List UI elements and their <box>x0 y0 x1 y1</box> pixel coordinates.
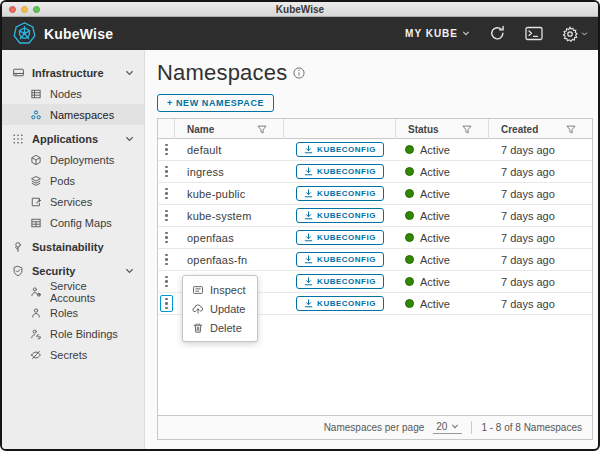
role-bindings-icon <box>30 328 43 340</box>
kubeconfig-label: KUBECONFIG <box>317 189 376 198</box>
window-title: KubeWise <box>2 4 598 15</box>
kubeconfig-download-button[interactable]: KUBECONFIG <box>296 208 384 223</box>
settings-menu[interactable] <box>562 26 588 42</box>
kubeconfig-label: KUBECONFIG <box>317 255 376 264</box>
kubernetes-logo-icon <box>12 21 37 46</box>
row-actions-kebab-icon[interactable] <box>160 229 173 246</box>
chevron-down-icon <box>125 69 134 77</box>
inspect-icon <box>192 284 204 296</box>
sidebar-item-deployments[interactable]: Deployments <box>2 149 144 170</box>
context-menu-item-update[interactable]: Update <box>183 299 257 318</box>
kubeconfig-label: KUBECONFIG <box>317 277 376 286</box>
namespaces-table: Name Status Created <box>157 118 593 440</box>
kubeconfig-download-button[interactable]: KUBECONFIG <box>296 142 384 157</box>
table-row: kube-public KUBECONFIG Active 7 days ago <box>158 183 592 205</box>
sidebar-item-label: Role Bindings <box>50 328 118 340</box>
filter-icon[interactable] <box>257 125 267 134</box>
status-text: Active <box>420 144 450 156</box>
service-accounts-icon <box>30 286 43 298</box>
sidebar-item-services[interactable]: Services <box>2 191 144 212</box>
sidebar-group-sustainability[interactable]: Sustainability <box>2 236 144 257</box>
app-window: KubeWise KubeWise MY KUBE <box>0 0 600 451</box>
sidebar-group-infrastructure[interactable]: Infrastructure <box>2 62 144 83</box>
sidebar-group-applications[interactable]: Applications <box>2 128 144 149</box>
config-maps-icon <box>30 217 43 229</box>
sidebar-item-service-accounts[interactable]: Service Accounts <box>2 281 144 302</box>
kubeconfig-download-button[interactable]: KUBECONFIG <box>296 252 384 267</box>
status-active-dot <box>405 189 414 198</box>
created-text: 7 days ago <box>489 188 592 200</box>
table-row: openfaas KUBECONFIG Active 7 days ago <box>158 227 592 249</box>
chevron-down-icon <box>125 267 134 275</box>
table-row: openfaas-fn KUBECONFIG Active 7 days ago <box>158 249 592 271</box>
table-row: ingress KUBECONFIG Active 7 days ago <box>158 161 592 183</box>
filter-icon[interactable] <box>462 125 472 134</box>
sidebar-item-label: Service Accounts <box>50 280 134 304</box>
sidebar-item-secrets[interactable]: Secrets <box>2 344 144 365</box>
deployments-icon <box>30 154 43 166</box>
kubeconfig-download-button[interactable]: KUBECONFIG <box>296 296 384 311</box>
created-text: 7 days ago <box>489 298 592 310</box>
refresh-icon[interactable] <box>489 25 506 42</box>
created-text: 7 days ago <box>489 166 592 178</box>
created-text: 7 days ago <box>489 276 592 288</box>
namespace-name: openfaas <box>175 232 284 244</box>
new-namespace-button[interactable]: + NEW NAMESPACE <box>157 94 274 112</box>
context-menu-label: Update <box>210 303 245 315</box>
kubeconfig-label: KUBECONFIG <box>317 299 376 308</box>
gear-icon <box>562 26 578 42</box>
status-active-dot <box>405 211 414 220</box>
download-icon <box>304 167 313 176</box>
info-icon[interactable] <box>293 67 305 79</box>
row-actions-kebab-icon[interactable] <box>160 251 173 268</box>
sidebar-group-security[interactable]: Security <box>2 260 144 281</box>
column-label: Name <box>187 124 214 135</box>
sidebar: Infrastructure Nodes Namespaces <box>2 50 145 449</box>
context-menu-item-inspect[interactable]: Inspect <box>183 280 257 299</box>
terminal-icon[interactable] <box>525 26 543 41</box>
sidebar-group-label: Security <box>32 265 75 277</box>
per-page-select[interactable]: 20 <box>433 421 462 434</box>
sidebar-item-roles[interactable]: Roles <box>2 302 144 323</box>
status-active-dot <box>405 167 414 176</box>
context-menu-label: Delete <box>210 322 242 334</box>
row-actions-kebab-icon[interactable] <box>160 141 173 158</box>
context-menu-item-delete[interactable]: Delete <box>183 318 257 337</box>
sidebar-item-config-maps[interactable]: Config Maps <box>2 212 144 233</box>
download-icon <box>304 189 313 198</box>
row-actions-kebab-icon-active[interactable] <box>160 295 173 312</box>
footer-divider <box>471 421 472 434</box>
status-active-dot <box>405 233 414 242</box>
actions-column-header <box>158 119 175 139</box>
row-actions-kebab-icon[interactable] <box>160 207 173 224</box>
kubeconfig-download-button[interactable]: KUBECONFIG <box>296 186 384 201</box>
row-actions-kebab-icon[interactable] <box>160 273 173 290</box>
table-row: default KUBECONFIG Active 7 days ago <box>158 139 592 161</box>
sidebar-group-label: Sustainability <box>32 241 104 253</box>
row-actions-kebab-icon[interactable] <box>160 163 173 180</box>
sidebar-item-nodes[interactable]: Nodes <box>2 83 144 104</box>
sidebar-item-pods[interactable]: Pods <box>2 170 144 191</box>
sidebar-item-label: Config Maps <box>50 217 112 229</box>
row-actions-kebab-icon[interactable] <box>160 185 173 202</box>
kubeconfig-download-button[interactable]: KUBECONFIG <box>296 230 384 245</box>
kubeconfig-download-button[interactable]: KUBECONFIG <box>296 164 384 179</box>
pods-icon <box>30 175 43 187</box>
sidebar-item-namespaces[interactable]: Namespaces <box>2 104 144 125</box>
cluster-selector[interactable]: MY KUBE <box>405 28 470 39</box>
filter-icon[interactable] <box>566 125 576 134</box>
namespace-name: ingress <box>175 166 284 178</box>
sidebar-group-label: Applications <box>32 133 98 145</box>
kubeconfig-label: KUBECONFIG <box>317 145 376 154</box>
sidebar-item-role-bindings[interactable]: Role Bindings <box>2 323 144 344</box>
created-text: 7 days ago <box>489 210 592 222</box>
created-text: 7 days ago <box>489 232 592 244</box>
sidebar-item-label: Secrets <box>50 349 87 361</box>
name-column-header: Name <box>175 119 284 139</box>
status-text: Active <box>420 254 450 266</box>
namespace-name: default <box>175 144 284 156</box>
created-text: 7 days ago <box>489 144 592 156</box>
column-label: Created <box>501 124 538 135</box>
kubeconfig-download-button[interactable]: KUBECONFIG <box>296 274 384 289</box>
download-icon <box>304 211 313 220</box>
